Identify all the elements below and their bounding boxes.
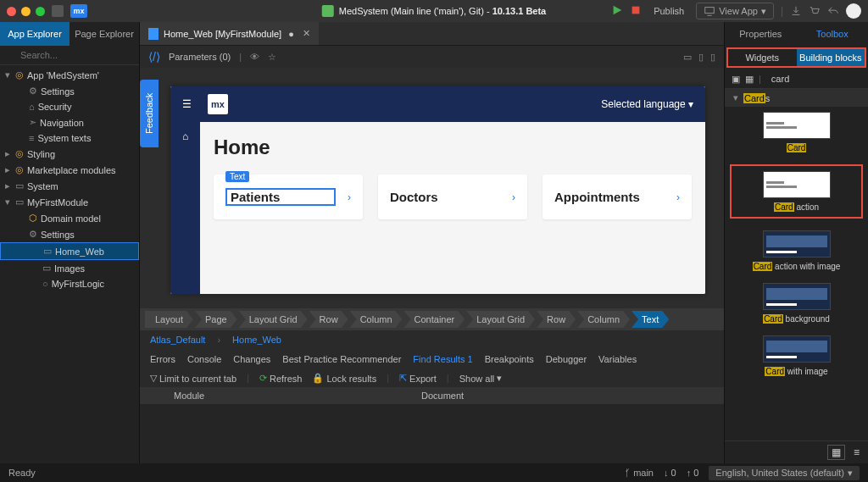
tab-page-explorer[interactable]: Page Explorer [70,22,139,46]
limit-tool[interactable]: ▽Limit to current tab [150,373,236,384]
bc-layoutgrid[interactable]: Layout Grid [239,311,308,328]
tablet-icon[interactable]: ▯ [698,52,704,63]
apps-icon[interactable] [52,5,64,17]
language-selector[interactable]: Selected language ▾ [601,98,693,110]
close-icon[interactable]: ✕ [303,28,310,39]
tab-changes[interactable]: Changes [233,354,270,364]
card-appointments[interactable]: Appointments › [542,175,692,219]
responsive-icon[interactable]: ▭ [683,52,692,63]
branch-indicator[interactable]: ᚶ main [625,468,654,478]
cart-icon[interactable] [809,5,821,17]
nav-atlas[interactable]: Atlas_Default [150,335,205,345]
bc-row[interactable]: Row [309,311,348,328]
run-button[interactable] [611,4,623,19]
tree-images[interactable]: ▭Images [0,260,139,276]
tree-styling[interactable]: ▸◎Styling [0,146,139,162]
tab-bpr[interactable]: Best Practice Recommender [282,354,401,364]
chevron-right-icon[interactable]: › [676,191,680,203]
chevron-right-icon[interactable]: › [348,191,351,203]
col-document[interactable]: Document [421,391,464,401]
stop-button[interactable] [630,4,642,19]
grid-view-icon[interactable]: ▦ [827,445,845,460]
tab-variables[interactable]: Variables [598,354,637,364]
chevron-right-icon[interactable]: › [512,191,515,203]
close-window-icon[interactable] [7,7,16,16]
bc-column[interactable]: Column [350,311,403,328]
tree-home-web[interactable]: ▭Home_Web [0,242,139,260]
card-title-patients[interactable]: Patients [225,188,336,206]
card-patients[interactable]: Text Patients › [214,175,363,219]
bc-row2[interactable]: Row [537,311,576,328]
outgoing-count[interactable]: ↑ 0 [687,468,699,478]
block-card-action[interactable]: Card action [730,164,863,219]
tab-find-results[interactable]: Find Results 1 [413,354,472,364]
block-card-background[interactable]: Card background [730,283,863,324]
locale-selector[interactable]: English, United States (default) ▾ [709,466,860,480]
export-tool[interactable]: ⇱Export [399,373,437,384]
tree-marketplace[interactable]: ▸◎Marketplace modules [0,162,139,178]
tree-settings[interactable]: ⚙Settings [0,83,139,99]
tree-search-input[interactable] [20,50,137,60]
bc-layoutgrid2[interactable]: Layout Grid [466,311,535,328]
phone-icon[interactable]: ▯ [710,52,715,63]
tree-system[interactable]: ▸▭System [0,178,139,194]
list-view-icon[interactable]: ≡ [850,446,863,459]
refresh-icon: ⟳ [259,373,267,384]
user-avatar[interactable] [846,3,861,19]
seg-building-blocks[interactable]: Building blocks [797,49,865,66]
bc-container[interactable]: Container [404,311,465,328]
group-cards[interactable]: ▾ Cards [725,89,868,107]
download-icon[interactable] [790,5,802,17]
bc-column2[interactable]: Column [577,311,630,328]
tree-security[interactable]: ⌂Security [0,99,139,114]
view-app-button[interactable]: View App ▾ [696,3,774,19]
maximize-window-icon[interactable] [36,7,45,16]
lock-tool[interactable]: 🔒Lock results [312,373,376,384]
block-card-image[interactable]: Card with image [730,335,863,376]
thumb-icon [763,335,831,363]
hamburger-icon[interactable]: ☰ [182,98,199,110]
tab-properties[interactable]: Properties [725,22,797,46]
card-title-appointments: Appointments [554,190,640,204]
col-module[interactable]: Module [150,391,421,401]
refresh-tool[interactable]: ⟳Refresh [259,373,303,384]
tree-app[interactable]: ▾◎App 'MedSystem' [0,67,139,83]
toolbox-search-input[interactable] [771,74,868,84]
show-all-tool[interactable]: Show all ▾ [459,373,503,384]
tab-app-explorer[interactable]: App Explorer [0,22,70,46]
app-version: 10.13.1 Beta [492,6,547,16]
toolbox-view-toggle: ▦ ≡ [725,440,868,463]
seg-widgets[interactable]: Widgets [728,49,797,66]
tab-console[interactable]: Console [187,354,221,364]
incoming-count[interactable]: ↓ 0 [664,468,676,478]
star-icon[interactable]: ☆ [268,52,276,63]
tab-toolbox[interactable]: Toolbox [797,22,869,46]
tab-debugger[interactable]: Debugger [546,354,587,364]
home-icon[interactable]: ⌂ [182,130,188,142]
block-card-action-image[interactable]: Card action with image [730,230,863,271]
collapse-icon[interactable]: ▣ [732,74,740,85]
block-card[interactable]: Card [730,112,863,152]
bc-text[interactable]: Text [632,311,669,328]
tree-my-module[interactable]: ▾▭MyFirstModule [0,194,139,210]
nav-home[interactable]: Home_Web [232,335,281,345]
tab-errors[interactable]: Errors [150,354,175,364]
chevron-down-icon: ▾ [688,98,693,110]
tree-navigation[interactable]: ➣Navigation [0,114,139,130]
minimize-window-icon[interactable] [21,7,31,16]
reply-icon[interactable] [827,5,839,17]
bc-page[interactable]: Page [195,311,237,328]
tree-domain-model[interactable]: ⬡Domain model [0,210,139,226]
feedback-tab[interactable]: Feedback [140,80,159,147]
tab-home-web[interactable]: Home_Web [MyFirstModule] ● ✕ [140,22,319,45]
card-doctors[interactable]: Doctors › [378,175,527,219]
tree-my-logic[interactable]: ○MyFirstLogic [0,276,139,291]
publish-button[interactable]: Publish [648,4,689,18]
tree-system-texts[interactable]: ≡System texts [0,130,139,146]
parameters-label[interactable]: Parameters (0) [169,52,231,62]
bc-layout[interactable]: Layout [145,311,193,328]
tree-module-settings[interactable]: ⚙Settings [0,226,139,242]
visibility-icon[interactable]: 👁 [250,52,259,62]
tab-breakpoints[interactable]: Breakpoints [485,354,534,364]
expand-icon[interactable]: ▦ [745,74,754,85]
